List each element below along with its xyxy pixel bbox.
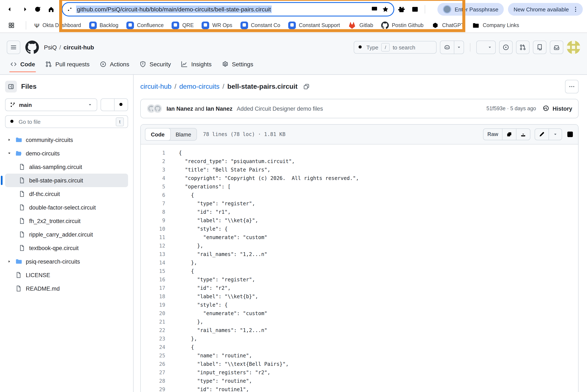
tree-item-psiq-research-circuits[interactable]: psiq-research-circuits <box>5 255 128 268</box>
tree-item-demo-circuits[interactable]: demo-circuits <box>5 146 128 160</box>
line-number[interactable]: 22 <box>141 326 173 334</box>
chevron-down-icon[interactable] <box>6 151 13 156</box>
tree-item-textbook-qpe[interactable]: textbook-qpe.circuit <box>5 241 128 255</box>
edit-dropdown-button[interactable] <box>548 129 562 140</box>
line-number[interactable]: 15 <box>141 267 173 276</box>
line-number[interactable]: 6 <box>141 191 173 200</box>
new-file-button[interactable] <box>101 99 115 111</box>
code-line[interactable]: 18 "label": "\\ket{b}", <box>141 292 578 301</box>
commit-authors[interactable]: Ian Nanez and Ian Nanez <box>167 106 232 112</box>
commit-sha-time[interactable]: 51f593e · 5 days ago <box>486 106 536 112</box>
branch-selector[interactable]: main <box>5 98 97 111</box>
line-number[interactable]: 24 <box>141 343 173 352</box>
install-icon[interactable] <box>371 6 378 13</box>
issues-button[interactable] <box>499 40 513 54</box>
tree-item-bell-state-pairs[interactable]: bell-state-pairs.circuit <box>5 174 128 187</box>
bookmark-okta[interactable]: ΨOkta Dashboard <box>34 22 81 29</box>
edit-pencil-button[interactable] <box>535 129 548 140</box>
code-line[interactable]: 12 }, <box>141 242 578 250</box>
profile-passphrase-chip[interactable]: Enter Passphrase <box>437 3 504 16</box>
symbols-panel-button[interactable] <box>566 130 574 138</box>
breadcrumb-repo-link[interactable]: circuit-hub <box>140 83 172 90</box>
tree-item-alias-sampling[interactable]: alias-sampling.circuit <box>5 160 128 174</box>
code-content[interactable]: 1 { 2 "record_type": "psiquantum.circuit… <box>141 144 578 392</box>
commit-avatars[interactable] <box>147 104 162 113</box>
code-tab[interactable]: Code <box>145 128 171 141</box>
bookmark-star-icon[interactable] <box>382 6 389 13</box>
home-button[interactable] <box>45 3 58 16</box>
tree-item-community-circuits[interactable]: community-circuits <box>5 133 128 146</box>
forward-button[interactable] <box>18 3 31 16</box>
code-line[interactable]: 6 { <box>141 191 578 200</box>
bookmark-gitlab[interactable]: Gitlab <box>348 21 373 30</box>
line-number[interactable]: 13 <box>141 250 173 258</box>
line-number[interactable]: 3 <box>141 166 173 174</box>
line-number[interactable]: 14 <box>141 258 173 267</box>
bookmark-confluence[interactable]: Confluence <box>126 22 164 29</box>
github-logo[interactable] <box>25 40 39 54</box>
code-line[interactable]: 4 "copyright": "Copyright (c) 2026. All … <box>141 174 578 182</box>
code-line[interactable]: 14 }, <box>141 258 578 267</box>
line-number[interactable]: 10 <box>141 225 173 233</box>
tab-pull-requests[interactable]: Pull requests <box>42 58 93 74</box>
line-number[interactable]: 27 <box>141 368 173 377</box>
pull-requests-button[interactable] <box>516 40 529 54</box>
commit-message[interactable]: Added Circuit Designer demo files <box>237 106 323 112</box>
line-number[interactable]: 4 <box>141 174 173 182</box>
reload-button[interactable] <box>31 3 44 16</box>
line-number[interactable]: 11 <box>141 233 173 242</box>
line-number[interactable]: 21 <box>141 318 173 326</box>
code-line[interactable]: 24 { <box>141 343 578 352</box>
line-number[interactable]: 8 <box>141 208 173 216</box>
code-line[interactable]: 13 "rail_names": "1,2...n" <box>141 250 578 258</box>
code-line[interactable]: 20 "enumerate": "custom" <box>141 309 578 318</box>
code-line[interactable]: 8 "id": "r1", <box>141 208 578 216</box>
line-number[interactable]: 1 <box>141 149 173 157</box>
apps-grid-icon[interactable] <box>5 19 18 32</box>
bookmark-constant-co[interactable]: Constant Co <box>240 22 280 29</box>
code-line[interactable]: 23 }, <box>141 334 578 343</box>
tree-item-license[interactable]: LICENSE <box>5 268 128 282</box>
line-number[interactable]: 9 <box>141 216 173 225</box>
tree-item-fh-2x2-trotter[interactable]: fh_2x2_trotter.circuit <box>5 214 128 228</box>
code-line[interactable]: 1 { <box>141 149 578 157</box>
tree-item-double-factor-select[interactable]: double-factor-select.circuit <box>5 201 128 214</box>
url-text[interactable]: github.com/PsiQ/circuit-hub/blob/main/de… <box>76 6 272 13</box>
download-button[interactable] <box>516 129 530 140</box>
site-settings-icon[interactable] <box>67 6 73 12</box>
go-to-file-input[interactable]: Go to file t <box>5 115 128 128</box>
line-number[interactable]: 26 <box>141 360 173 368</box>
line-number[interactable]: 25 <box>141 352 173 360</box>
create-new-button[interactable] <box>476 40 496 54</box>
repositories-button[interactable] <box>533 40 546 54</box>
code-line[interactable]: 15 { <box>141 267 578 276</box>
code-line[interactable]: 27 "input_registers": "r2", <box>141 368 578 377</box>
tab-actions[interactable]: Actions <box>96 58 133 74</box>
breadcrumb-dir-link[interactable]: demo-circuits <box>179 83 220 90</box>
collapse-file-tree-button[interactable] <box>5 81 17 92</box>
code-line[interactable]: 3 "title": "Bell State Pairs", <box>141 166 578 174</box>
tab-insights[interactable]: Insights <box>178 58 215 74</box>
code-line[interactable]: 25 "name": "routine", <box>141 352 578 360</box>
bookmark-chatgpt[interactable]: ChatGPT <box>431 22 464 29</box>
code-line[interactable]: 2 "record_type": "psiquantum.circuit", <box>141 157 578 166</box>
line-number[interactable]: 18 <box>141 292 173 301</box>
back-button[interactable] <box>4 3 17 16</box>
bookmark-wr-ops[interactable]: WR Ops <box>202 22 232 29</box>
tree-item-df-thc[interactable]: df-thc.circuit <box>5 187 128 201</box>
global-search-input[interactable]: Type / to search <box>354 41 436 54</box>
history-button[interactable]: History <box>543 105 572 112</box>
code-line[interactable]: 17 "id": "r2", <box>141 284 578 292</box>
copy-path-icon[interactable] <box>303 83 310 90</box>
line-number[interactable]: 17 <box>141 284 173 292</box>
extensions-icon[interactable] <box>395 3 408 16</box>
code-line[interactable]: 26 "label": "\\text{Bell Pairs}", <box>141 360 578 368</box>
bookmark-constant-support[interactable]: Constant Support <box>288 22 340 29</box>
tab-security[interactable]: Security <box>136 58 174 74</box>
repo-link[interactable]: circuit-hub <box>63 44 94 51</box>
copilot-button[interactable] <box>440 40 464 54</box>
bookmark-qre[interactable]: QRE <box>172 22 194 29</box>
code-line[interactable]: 9 "label": "\\ket{a}", <box>141 216 578 225</box>
tab-settings[interactable]: Settings <box>218 58 257 74</box>
line-number[interactable]: 16 <box>141 276 173 284</box>
